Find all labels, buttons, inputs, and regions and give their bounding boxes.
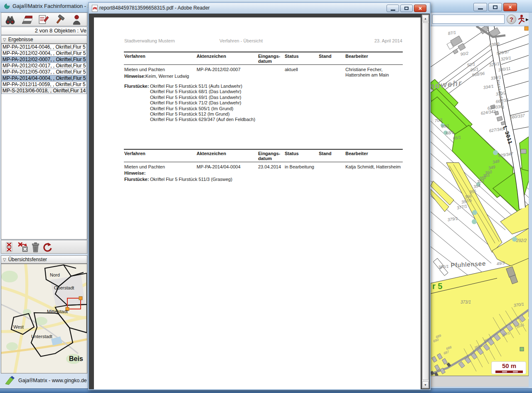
- scale-label: 50 m: [492, 362, 527, 369]
- cell-bearbeiter: Katja Schmidt, Hattersheim: [345, 164, 410, 169]
- flurstuecke-label: Flurstücke:: [124, 177, 149, 182]
- restore-icon: [404, 7, 409, 10]
- pdf-titlebar[interactable]: report8484597813596658315.pdf - Adobe Re…: [89, 3, 430, 14]
- map-label: 325/1: [489, 62, 500, 67]
- pdf-close-button[interactable]: ×: [414, 5, 426, 12]
- map-label: Pfuhlensee: [451, 260, 486, 269]
- map-label: 330/11: [498, 66, 511, 72]
- collapse-triangle-icon: ▽: [3, 37, 6, 42]
- search-input[interactable]: [432, 15, 505, 24]
- tools-icon[interactable]: [54, 14, 66, 25]
- doc-header-right: 23. April 2014: [343, 38, 402, 43]
- delete-icon[interactable]: [30, 242, 41, 252]
- table-head-rule: [124, 64, 403, 65]
- flurstueck-item: Okriftel Flur 5 Flurstück 51/1 (Aufs Lan…: [150, 84, 255, 89]
- map-label: Oberstadt: [54, 285, 74, 290]
- result-row[interactable]: MP-PA-2012/05-0037, , Okriftel,Flur 5: [1, 69, 87, 75]
- close-icon: ×: [508, 4, 512, 10]
- protocol-icon[interactable]: [38, 14, 49, 25]
- scale-bar: [495, 371, 523, 373]
- results-list: MP-PA-2011/04-0046, , Okriftel,Flur 5 MP…: [1, 44, 87, 240]
- cell-status: in Bearbeitung: [285, 164, 314, 169]
- close-button[interactable]: ×: [503, 3, 517, 11]
- flurstueck-item: Okriftel Flur 5 Flurstück 68/1 (Das Land…: [150, 89, 255, 94]
- col-verfahren: Verfahren: [124, 151, 145, 156]
- pdf-page: Stadtverwaltung Mustern Verfahren - Über…: [94, 17, 421, 389]
- result-row[interactable]: MP-PA-2012/02-0017, , Okriftel,Flur 5: [1, 62, 87, 69]
- minimize-icon: [478, 8, 483, 10]
- table-head-rule: [124, 162, 403, 162]
- pdf-minimize-button[interactable]: [387, 5, 399, 12]
- minimize-button[interactable]: [473, 3, 487, 11]
- map-label: 49/3: [496, 260, 505, 266]
- col-eingangsdatum: Eingangs-datum: [258, 54, 282, 64]
- gaja-logo-icon: [4, 376, 16, 386]
- map-label: 529/97: [496, 49, 510, 56]
- flurstueck-item: Okriftel Flur 5 Flurstück 511/3 (Grasweg…: [150, 177, 232, 182]
- scroll-thumb[interactable]: [422, 22, 429, 380]
- map-label: 329/1: [500, 56, 511, 62]
- col-stand: Stand: [319, 151, 332, 156]
- left-panel: 2 von 8 Objekten : Ve ▽Ergebnisse MP-PA-…: [0, 12, 88, 388]
- result-row[interactable]: MP-PA-2012/02-0007, , Okriftel,Flur 5: [1, 56, 87, 63]
- flurstuecke-list: Okriftel Flur 5 Flurstück 511/3 (Grasweg…: [150, 177, 232, 182]
- col-aktenzeichen: Aktenzeichen: [197, 151, 226, 156]
- overview-panel-header[interactable]: ▽Übersichtsfenster: [1, 255, 87, 264]
- cell-status: aktuell: [285, 67, 298, 72]
- deselect-icon[interactable]: [5, 242, 16, 252]
- map-label: 354: [473, 183, 481, 189]
- map-label: Nord: [50, 272, 60, 277]
- pdf-restore-button[interactable]: [400, 5, 413, 12]
- map-label: 87/1: [448, 30, 456, 36]
- result-row[interactable]: MP-PA-2012/02-0004, , Okriftel,Flur 5: [1, 50, 87, 57]
- maximize-button[interactable]: [488, 3, 502, 11]
- search-icon[interactable]: [5, 14, 16, 25]
- invert-selection-icon[interactable]: [18, 242, 28, 252]
- flurstueck-item: Okriftel Flur 5 Flurstück 505/1 (Im Grun…: [150, 106, 255, 111]
- col-status: Status: [285, 151, 299, 156]
- exit-runner-icon[interactable]: [517, 14, 530, 25]
- maximize-icon: [493, 5, 498, 9]
- map-label: 660/337: [510, 113, 525, 120]
- cadastral-map[interactable]: 87/190/292/195/1568/96538/9529/97329/132…: [431, 26, 529, 387]
- flurstueck-item: Okriftel Flur 5 Flurstück 629/347 (Auf d…: [150, 117, 255, 122]
- scroll-down-button[interactable]: ▼: [422, 381, 429, 388]
- minimize-icon: [391, 10, 395, 11]
- scroll-up-button[interactable]: ▲: [422, 15, 429, 22]
- gingko-leaf-icon: [3, 3, 10, 10]
- overview-map[interactable]: NordOberstadtMittelstadtWestUnterstadtBe…: [1, 264, 87, 373]
- map-label: 90/2: [460, 51, 469, 57]
- cell-verfahren: Mieten und Pachten: [124, 67, 165, 72]
- map-label: 538/9: [489, 42, 500, 47]
- result-row[interactable]: MP-PA-2011/04-0046, , Okriftel,Flur 5: [1, 44, 87, 50]
- cell-eingangsdatum: 23.04.2014: [258, 164, 282, 169]
- flurstueck-item: Okriftel Flur 5 Flurstück 71/2 (Das Land…: [150, 100, 255, 106]
- layers-icon[interactable]: [21, 14, 32, 25]
- result-row[interactable]: MP-PA-2012/11-0059, , Okriftel,Flur 5: [1, 81, 87, 88]
- app-footer: Gaja®Matrix - www.gingko.de: [1, 374, 87, 388]
- reset-icon[interactable]: [42, 242, 52, 252]
- map-label: 358/2: [483, 337, 492, 343]
- table-top-rule: [124, 149, 403, 150]
- person-icon[interactable]: [71, 14, 82, 25]
- help-button[interactable]: ?: [507, 15, 516, 24]
- col-verfahren: Verfahren: [124, 54, 145, 59]
- cell-bearbeiter: Christiane Fecher, Hattersheim am Main: [345, 67, 408, 78]
- cadastral-map-labels: 87/190/292/195/1568/96538/9529/97329/132…: [431, 26, 529, 387]
- map-label: 95/1: [470, 67, 479, 72]
- col-eingangsdatum: Eingangs-datum: [258, 151, 282, 161]
- col-bearbeiter: Bearbeiter: [345, 151, 368, 156]
- map-label: 688: [446, 345, 452, 351]
- adobe-reader-window: report8484597813596658315.pdf - Adobe Re…: [88, 2, 431, 390]
- flurstueck-item: Okriftel Flur 5 Flurstück 512 (Im Grund): [150, 111, 255, 117]
- map-label: 687: [443, 350, 450, 355]
- pdf-scrollbar[interactable]: ▲ ▼: [422, 15, 429, 388]
- result-row[interactable]: MP-PA-2014/04-0004, , Okriftel,Flur 5: [1, 75, 87, 82]
- collapse-triangle-icon: ▽: [3, 257, 6, 262]
- result-row[interactable]: MP-S-2013/06-0018, , Okriftel,Flur 14: [1, 87, 87, 94]
- cell-aktenzeichen: MP-PA-2012/02-0007: [197, 67, 241, 72]
- map-label: 370/1: [513, 302, 524, 308]
- col-bearbeiter: Bearbeiter: [345, 54, 368, 59]
- map-label: 568/96: [472, 71, 485, 77]
- results-panel-header[interactable]: ▽Ergebnisse: [1, 35, 87, 44]
